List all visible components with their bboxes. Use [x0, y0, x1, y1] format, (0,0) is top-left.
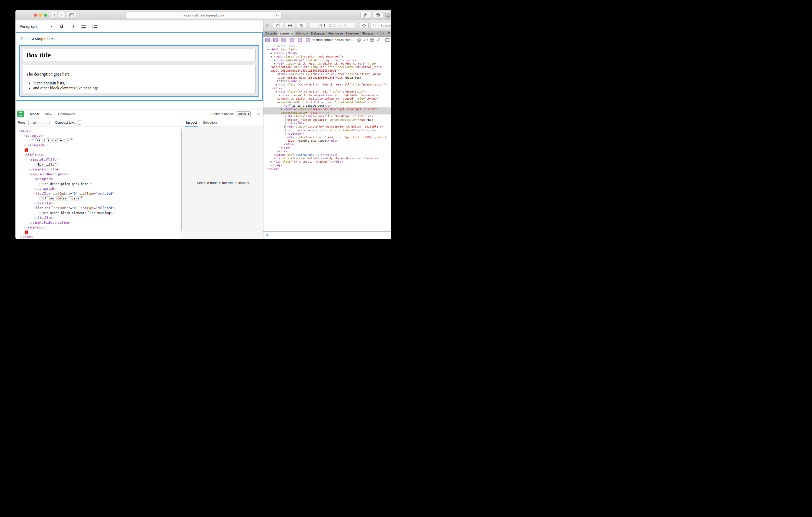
dom-node-row[interactable]: title</h1> [263, 122, 392, 125]
dom-node-row[interactable]: label_e63cbbfece34c53ce23501062343f49b8"… [263, 69, 392, 72]
bold-button[interactable]: B [58, 24, 66, 29]
issues-summary-button[interactable]: 4 0 0 [310, 22, 355, 29]
sidebar-toggle-button[interactable] [67, 12, 77, 19]
dom-node-row[interactable]: </html> [263, 167, 392, 171]
model-tree-node[interactable]: "Box title" [19, 162, 180, 167]
address-bar[interactable]: localhost/creating-a-plugin/ ↻ [126, 11, 282, 19]
dom-node-row[interactable]: <div style="position: fixed; top: 0px; l… [263, 136, 392, 139]
undock-button[interactable] [273, 22, 283, 29]
dom-node-row[interactable]: <script src="dist/bundle.js"></script> [263, 153, 392, 157]
devtools-tab-network[interactable]: Network [295, 31, 310, 36]
devtools-search-field[interactable]: Search [371, 22, 392, 29]
dom-node-row[interactable]: <label class="ck ck-label ck-voice-label… [263, 72, 392, 76]
model-tree-node[interactable]: ] [19, 230, 180, 235]
dom-node-row[interactable]: ▶ <div id="editor" style="display: none;… [263, 59, 392, 62]
model-tree-node[interactable]: </simpleBoxDescription> [19, 220, 180, 225]
model-tree-node[interactable]: <$root> [19, 128, 180, 133]
dom-node-row[interactable]: editor__nested-editable" contenteditable… [263, 118, 392, 122]
close-devtools-button[interactable]: ✕ [265, 23, 270, 28]
dom-node-row[interactable]: <h1 class="simple-box-title ck-editor__e… [263, 115, 392, 118]
dom-node-row[interactable]: 42px;">simple box widget</div> [263, 139, 392, 143]
dom-node-row[interactable]: "application" dir="ltr" lang="en" aria-l… [263, 65, 392, 69]
dom-node-row[interactable]: ▶ <head>…</head> [263, 52, 392, 55]
heading-dropdown[interactable]: Paragraph ▾ [20, 24, 52, 29]
model-tree-node[interactable]: </listItem> [19, 201, 180, 206]
zoom-window-button[interactable] [44, 13, 47, 17]
dom-node-row[interactable]: ▶ <div class="ck-inspector-wrapper">…</d… [263, 160, 392, 163]
devtools-tab-debugger[interactable]: Debugger [310, 31, 327, 36]
model-tree-node[interactable]: </listItem> [19, 215, 180, 220]
model-tree-node[interactable]: </simpleBox> [19, 225, 180, 230]
reload-icon[interactable]: ↻ [276, 13, 279, 17]
inspector-tab-model[interactable]: Model [30, 110, 39, 118]
dom-node-row[interactable]: ▼ <section class="simple-box ck-widget c… [263, 108, 392, 111]
model-tree-node[interactable]: </$root> [19, 235, 180, 239]
breadcrumb-element-badge[interactable]: E [298, 38, 302, 42]
model-tree-node[interactable]: <paragraph> [19, 177, 180, 182]
dock-to-bottom-button[interactable] [285, 22, 295, 29]
dom-node-row[interactable]: …</div> [263, 87, 392, 90]
dom-node-row[interactable]: </body> [263, 163, 392, 167]
numbered-list-button[interactable]: 1 2 [81, 24, 89, 29]
devtools-tab-timelines[interactable]: Timelines [345, 31, 361, 36]
dom-node-row[interactable]: ▶ <div class="simple-box-description ck-… [263, 125, 392, 128]
model-tree-node[interactable]: "This is a simple box:" [19, 138, 180, 143]
simple-box-widget[interactable]: Box title The description goes here. It … [19, 45, 259, 97]
devtools-tab-resources[interactable]: Resources [327, 31, 345, 36]
model-tree-node[interactable]: <listItem listIndent="0" listType="bulle… [19, 206, 180, 211]
dom-node-row[interactable]: Editor</label> [263, 80, 392, 83]
breadcrumb-element-badge[interactable]: E [273, 38, 278, 42]
close-window-button[interactable] [34, 13, 37, 17]
minimize-window-button[interactable] [39, 13, 42, 17]
dom-node-row[interactable]: <div class="ck ck-reset_all ck-body ck-r… [263, 157, 392, 160]
new-tab-button[interactable]: + [384, 13, 392, 20]
dom-node-row[interactable]: ▼ <body class="ck-inspector-body-expande… [263, 55, 392, 58]
dom-node-row[interactable]: aria-label="Rich Text Editor, main" cont… [263, 101, 392, 104]
model-tree-scrollbar[interactable] [180, 127, 182, 239]
bulleted-list-button[interactable] [92, 24, 100, 29]
layout-grid-icon[interactable] [370, 38, 374, 42]
breadcrumb-selected-node[interactable]: section.simple-box.ck-wid… [312, 38, 354, 42]
dom-node-row[interactable]: </div> [263, 146, 392, 150]
devtools-tab-console[interactable]: Console [263, 31, 278, 36]
model-tree-node[interactable]: <paragraph> [19, 133, 180, 138]
model-tree-node[interactable]: [ [19, 148, 180, 153]
dom-node-row[interactable]: </section> [263, 132, 392, 135]
dom-node-row[interactable]: ▶ <div class="ck ck-editor__top ck-reset… [263, 83, 392, 86]
breadcrumb-element-badge[interactable]: E [265, 38, 270, 42]
print-icon[interactable] [357, 38, 361, 42]
compact-text-checkbox[interactable] [77, 121, 81, 125]
inspect-tab-selection[interactable]: Selection [203, 118, 216, 126]
styles-brush-icon[interactable] [377, 38, 380, 42]
simple-box-title-editable[interactable]: Box title [23, 49, 256, 61]
dom-node-row[interactable]: ▼ <div class="ck ck-reset ck-editor ck-r… [263, 62, 392, 65]
breadcrumb-element-badge[interactable]: E [306, 38, 310, 42]
model-tree-node[interactable]: "It can contain lists," [19, 196, 180, 201]
dom-node-row[interactable]: label_e63cbbfece34c53ce23501062343f49b8"… [263, 76, 392, 80]
tab-overflow-button[interactable]: » [375, 31, 381, 36]
dom-node-row[interactable]: ▼ <div class="ck ck-content ck-editor__e… [263, 94, 392, 97]
root-select[interactable]: main [28, 120, 51, 125]
model-tree-node[interactable]: <simpleBoxDescription> [19, 172, 180, 177]
dom-node-row[interactable]: </div> [263, 150, 392, 153]
model-tree-node[interactable]: "The description goes here." [19, 182, 180, 187]
inspect-tab-inspect[interactable]: Inspect [186, 118, 197, 126]
show-source-code-icon[interactable] [364, 38, 368, 41]
rich-text-editable[interactable]: This is a simple box: Box title The desc… [16, 32, 263, 101]
devtools-reload-button[interactable]: ↻ [297, 22, 306, 29]
details-sidebar-toggle-icon[interactable] [385, 38, 389, 42]
devtools-tab-storage[interactable]: Storage [361, 31, 375, 36]
inspector-tab-view[interactable]: View [45, 110, 52, 118]
dom-node-row[interactable]: <!DOCTYPE html> [263, 44, 392, 48]
dom-node-row[interactable]: ▼ <div class="ck ck-editor__main" role="… [263, 90, 392, 93]
quick-console[interactable] [263, 231, 392, 239]
simple-box-description-editable[interactable]: The description goes here. It can contai… [23, 65, 256, 93]
model-tree-node[interactable]: <simpleBox> [19, 153, 180, 158]
tab-overview-button[interactable] [373, 12, 383, 19]
dom-node-row[interactable]: ▼ <html lang="en"> [263, 48, 392, 51]
dom-node-row[interactable]: corners ck-editor__editable_inline ck-fo… [263, 97, 392, 100]
model-tree-node[interactable]: <listItem listIndent="0" listType="bulle… [19, 191, 180, 196]
scrollbar-thumb[interactable] [181, 129, 182, 231]
collapse-inspector-chevron-icon[interactable] [256, 113, 260, 115]
model-tree-node[interactable]: </paragraph> [19, 143, 180, 148]
